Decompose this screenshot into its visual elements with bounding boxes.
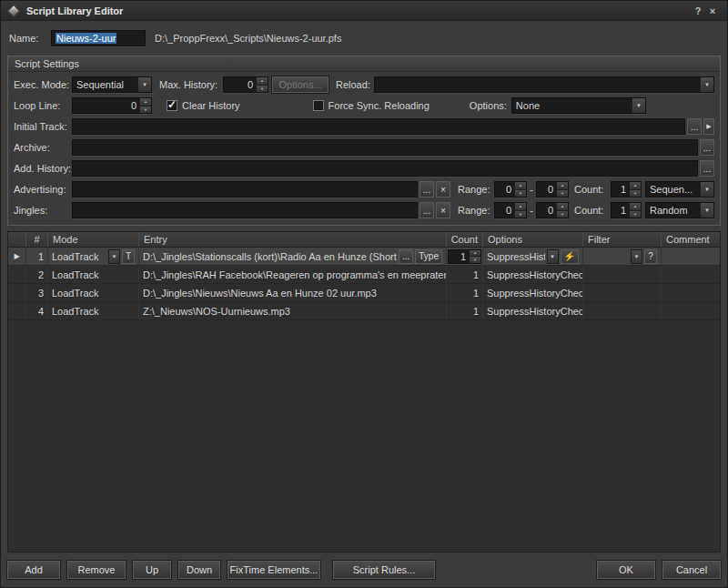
add-history-browse-button[interactable]: ...: [700, 160, 714, 177]
jingles-count-spinner[interactable]: 1: [611, 202, 642, 218]
script-library-editor-dialog: Script Library Editor ? × Name: Nieuws-2…: [0, 0, 728, 588]
advertising-browse-button[interactable]: ...: [420, 181, 434, 198]
spin-up-icon[interactable]: [630, 182, 641, 190]
advertising-range-from-value: 0: [495, 182, 514, 197]
chevron-down-icon[interactable]: [632, 98, 645, 113]
spin-down-icon[interactable]: [630, 190, 641, 198]
spin-up-icon[interactable]: [515, 203, 526, 211]
entry-type-button[interactable]: Type: [415, 249, 442, 264]
options-dropdown-arrow-icon[interactable]: [547, 249, 559, 264]
loop-line-spinner[interactable]: 0: [72, 97, 152, 114]
filter-dropdown-arrow-icon[interactable]: [631, 249, 642, 264]
archive-row: Archive: ...: [8, 139, 720, 156]
add-button[interactable]: Add: [7, 561, 60, 579]
cancel-button[interactable]: Cancel: [662, 561, 721, 579]
spin-up-icon[interactable]: [557, 203, 568, 211]
jingles-browse-button[interactable]: ...: [420, 202, 434, 218]
archive-input[interactable]: [72, 139, 698, 156]
clear-history-checkbox[interactable]: [167, 100, 177, 111]
column-header-mode[interactable]: Mode: [48, 232, 139, 247]
advertising-input[interactable]: [72, 181, 418, 198]
ok-button[interactable]: OK: [597, 561, 655, 579]
up-button[interactable]: Up: [133, 561, 171, 579]
row-selector-cell[interactable]: [8, 266, 26, 283]
initial-track-browse-button[interactable]: ...: [687, 118, 702, 135]
advertising-mode-dropdown[interactable]: Sequen...: [645, 181, 714, 198]
script-rules-button[interactable]: Script Rules...: [333, 561, 435, 579]
advertising-range-from-spinner[interactable]: 0: [494, 181, 527, 198]
table-row[interactable]: 4 LoadTrack Z:\_Nieuws\NOS-Uurnieuws.mp3…: [8, 302, 720, 320]
column-header-options[interactable]: Options: [483, 232, 583, 247]
initial-track-label: Initial Track:: [14, 121, 72, 132]
chevron-down-icon[interactable]: [700, 182, 713, 197]
advertising-range-to-spinner[interactable]: 0: [536, 181, 569, 198]
exec-mode-dropdown[interactable]: Sequential: [72, 76, 152, 93]
remove-button[interactable]: Remove: [67, 561, 126, 579]
initial-track-input[interactable]: [72, 118, 685, 135]
row-selector-cell[interactable]: [8, 284, 26, 301]
spin-up-icon[interactable]: [630, 203, 641, 211]
column-header-num[interactable]: #: [26, 232, 48, 247]
row-header-gutter: [8, 232, 26, 247]
options-flash-button[interactable]: ⚡: [561, 249, 579, 264]
mode-t-button[interactable]: T: [122, 249, 135, 264]
column-header-comment[interactable]: Comment: [662, 232, 720, 247]
spin-down-icon[interactable]: [470, 257, 480, 263]
table-row[interactable]: 2 LoadTrack D:\_Jingles\RAH Facebook\Rea…: [8, 266, 720, 284]
table-row[interactable]: 3 LoadTrack D:\_Jingles\Nieuws\Nieuws Aa…: [8, 284, 720, 302]
down-button[interactable]: Down: [178, 561, 220, 579]
advertising-row: Advertising: ... × Range: 0 - 0 Count: 1: [8, 181, 720, 198]
archive-browse-button[interactable]: ...: [700, 139, 714, 156]
reload-dropdown[interactable]: [374, 76, 714, 93]
add-history-input[interactable]: [72, 160, 698, 177]
options-cell: SuppressHistoryCheck: [483, 302, 583, 319]
options-dropdown[interactable]: None: [511, 97, 646, 114]
column-header-entry[interactable]: Entry: [139, 232, 447, 247]
close-button[interactable]: ×: [705, 5, 720, 16]
count-spinner[interactable]: 1: [448, 249, 481, 264]
column-header-filter[interactable]: Filter: [583, 232, 662, 247]
spin-up-icon[interactable]: [257, 77, 268, 86]
force-sync-checkbox-group[interactable]: Force Sync. Reloading: [313, 100, 430, 111]
column-header-count[interactable]: Count: [447, 232, 483, 247]
footer-button-bar: Add Remove Up Down FixTime Elements... S…: [1, 553, 727, 587]
spin-down-icon[interactable]: [257, 86, 268, 93]
spin-up-icon[interactable]: [140, 98, 151, 106]
row-selector-cell[interactable]: [8, 302, 26, 319]
spin-up-icon[interactable]: [470, 250, 480, 258]
chevron-down-icon[interactable]: [700, 77, 713, 92]
initial-track-expand-button[interactable]: ▶: [703, 118, 714, 135]
lightning-icon: ⚡: [564, 251, 575, 261]
row-number-cell: 2: [26, 266, 48, 283]
chevron-down-icon[interactable]: [137, 77, 151, 92]
table-row[interactable]: ▶ 1 LoadTrack T D:\_Jingles\Stationscall…: [8, 248, 720, 266]
spin-down-icon[interactable]: [630, 211, 641, 218]
jingles-mode-dropdown[interactable]: Random: [645, 202, 714, 218]
filter-help-button[interactable]: ?: [644, 249, 657, 264]
jingles-range-from-spinner[interactable]: 0: [494, 202, 527, 218]
entry-browse-button[interactable]: ...: [399, 249, 413, 264]
spin-down-icon[interactable]: [515, 190, 526, 198]
name-input[interactable]: Nieuws-2-uur: [51, 30, 146, 46]
jingles-input[interactable]: [72, 202, 418, 218]
max-history-spinner[interactable]: 0: [223, 76, 268, 93]
jingles-range-to-spinner[interactable]: 0: [536, 202, 569, 218]
jingles-clear-button[interactable]: ×: [436, 202, 450, 218]
row-selector-cell[interactable]: ▶: [8, 248, 26, 265]
options-button[interactable]: Options...: [272, 76, 329, 93]
chevron-down-icon[interactable]: [700, 203, 713, 218]
spin-down-icon[interactable]: [557, 211, 568, 218]
help-button[interactable]: ?: [691, 5, 705, 16]
spin-up-icon[interactable]: [515, 182, 526, 190]
spin-down-icon[interactable]: [515, 211, 526, 218]
advertising-clear-button[interactable]: ×: [436, 181, 450, 198]
jingles-label: Jingles:: [14, 205, 72, 216]
spin-down-icon[interactable]: [140, 106, 151, 114]
force-sync-checkbox[interactable]: [313, 100, 324, 111]
spin-up-icon[interactable]: [557, 182, 568, 190]
fixtime-elements-button[interactable]: FixTime Elements...: [228, 561, 320, 579]
mode-dropdown-arrow-icon[interactable]: [108, 249, 120, 264]
clear-history-checkbox-group[interactable]: Clear History: [167, 100, 240, 111]
advertising-count-spinner[interactable]: 1: [611, 181, 642, 198]
spin-down-icon[interactable]: [557, 190, 568, 198]
